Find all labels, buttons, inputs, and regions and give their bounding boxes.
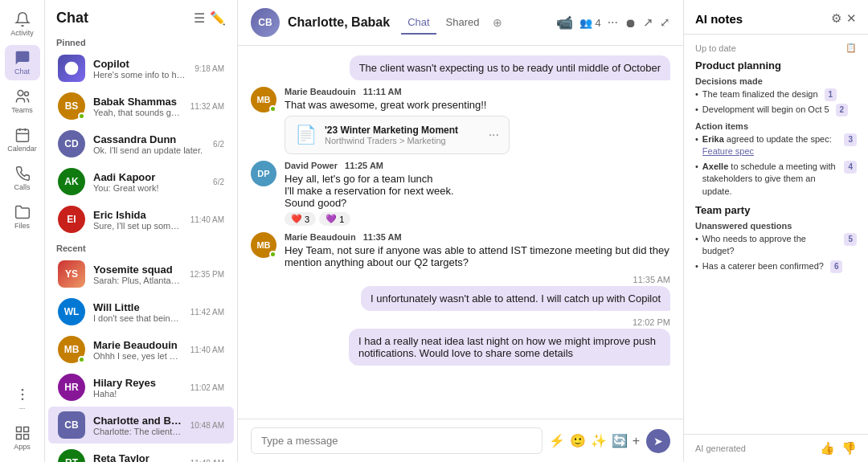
chat-item-copilot[interactable]: Copilot Here's some info to help you pre…	[48, 50, 234, 87]
chat-item-yosemite-time: 12:35 PM	[190, 270, 224, 279]
chat-item-hilary-time: 11:02 AM	[190, 383, 224, 392]
chat-item-aadi-preview: You: Great work!	[93, 183, 205, 193]
chat-item-yosemite[interactable]: YS Yosemite squad Sarah: Plus, Atlanta h…	[48, 256, 234, 292]
ai-section-team-party: Team party	[695, 204, 857, 216]
chat-header-actions: 📹 👥 4 ··· ⏺ ↗ ⤢	[556, 14, 670, 31]
record-icon[interactable]: ⏺	[624, 16, 637, 30]
ai-feature-spec-link[interactable]: Feature spec	[702, 146, 754, 156]
message-time-right-3: 12:02 PM	[349, 317, 670, 327]
chat-list-header: Chat ☰ ✏️	[45, 0, 237, 33]
online-dot-marie	[269, 105, 276, 112]
ai-badge-5: 5	[844, 233, 857, 246]
chat-header-avatar: CB	[251, 8, 280, 37]
svg-point-7	[21, 394, 23, 396]
chat-item-reta[interactable]: RT Reta Taylor Ah, ok I understand now. …	[48, 444, 234, 462]
ai-badge-1: 1	[825, 88, 837, 101]
chat-item-aadi-name: Aadi Kapoor	[93, 171, 205, 183]
nav-item-calls[interactable]: Calls	[5, 161, 40, 196]
nav-item-apps[interactable]: Apps	[5, 420, 40, 456]
ai-bullet-development: Development will begin on Oct 5 2	[695, 104, 857, 117]
reaction-heart-count: 3	[305, 215, 309, 224]
thumbs-down-icon[interactable]: 👎	[841, 441, 857, 456]
chat-item-aadi-time: 6/2	[213, 178, 224, 186]
ai-settings-icon[interactable]: ⚙	[831, 11, 841, 26]
filter-icon[interactable]: ☰	[194, 10, 205, 26]
message-content-marie-2: Marie Beaudouin 11:35 AM Hey Team, not s…	[285, 232, 670, 268]
chat-item-aadi-info: Aadi Kapoor You: Great work!	[93, 171, 205, 193]
chat-header-name: Charlotte, Babak	[288, 15, 390, 30]
nav-item-activity[interactable]: Activity	[5, 6, 40, 42]
chat-item-babak-name: Babak Shammas	[93, 96, 182, 108]
video-call-icon[interactable]: 📹	[556, 14, 573, 31]
message-row-david: DP David Power 11:25 AM Hey all, let's g…	[251, 161, 670, 226]
format-icon[interactable]: ⚡	[549, 433, 565, 448]
tab-chat[interactable]: Chat	[401, 11, 436, 35]
participants-icon[interactable]: 👥 4	[579, 17, 601, 29]
chat-item-eric[interactable]: EI Eric Ishida Sure, I'll set up somethi…	[48, 201, 234, 238]
ai-close-icon[interactable]: ✕	[846, 11, 857, 26]
reaction-purple-heart[interactable]: 💜 1	[319, 212, 350, 226]
reactions-david: ❤️ 3 💜 1	[285, 212, 670, 226]
tab-add-icon[interactable]: ⊕	[489, 11, 506, 35]
ai-section-product-planning: Product planning	[695, 59, 857, 72]
nav-item-chat[interactable]: Chat	[5, 45, 40, 80]
sticker-icon[interactable]: ✨	[591, 433, 607, 448]
avatar-hilary: HR	[58, 374, 85, 401]
chat-messages: The client wasn't expecting us to be rea…	[238, 46, 683, 419]
emoji-icon[interactable]: 🙂	[570, 433, 586, 448]
nav-item-activity-label: Activity	[10, 29, 34, 37]
svg-point-8	[21, 399, 23, 401]
message-time-david: 11:25 AM	[345, 161, 383, 170]
share-icon[interactable]: ↗	[643, 15, 653, 30]
ai-badge-6: 6	[830, 260, 843, 273]
online-indicator	[78, 112, 85, 120]
ai-bullet-axelle: Axelle to schedule a meeting with stakeh…	[695, 161, 857, 198]
nav-item-files[interactable]: Files	[5, 199, 40, 235]
chat-item-babak[interactable]: BS Babak Shammas Yeah, that sounds great…	[48, 88, 234, 125]
pinned-section-label: Pinned	[45, 33, 237, 49]
message-bubble-2: 11:35 AM I unfortunately wasn't able to …	[361, 275, 670, 311]
reaction-heart[interactable]: ❤️ 3	[285, 212, 316, 226]
message-bubble-3: 12:02 PM I had a really neat idea last n…	[349, 317, 670, 366]
ai-axelle-bold: Axelle	[702, 161, 728, 171]
ai-bullet-erika: Erika agreed to update the spec: Feature…	[695, 133, 857, 158]
thumbs-up-icon[interactable]: 👍	[820, 441, 835, 456]
chat-item-will-preview: I don't see that being an issue. Can you…	[93, 313, 182, 323]
chat-item-aadi[interactable]: AK Aadi Kapoor You: Great work! 6/2	[48, 163, 234, 200]
chat-item-eric-preview: Sure, I'll set up something for next wee…	[93, 221, 182, 231]
avatar-marie: MB	[58, 336, 85, 363]
chat-input[interactable]	[251, 427, 542, 454]
message-sender-marie-2: Marie Beaudouin	[285, 232, 356, 242]
attach-icon[interactable]: +	[633, 434, 640, 448]
chat-item-marie[interactable]: MB Marie Beaudouin Ohhh I see, yes let m…	[48, 331, 234, 368]
nav-item-teams[interactable]: Teams	[5, 84, 40, 119]
chat-list-panel: Chat ☰ ✏️ Pinned Copilot Here's some inf…	[45, 0, 238, 462]
send-button[interactable]: ➤	[646, 429, 670, 453]
card-subtitle: Northwind Traders > Marketing	[325, 136, 481, 145]
chat-item-reta-name: Reta Taylor	[93, 452, 182, 463]
chat-list-header-icons: ☰ ✏️	[194, 10, 226, 26]
chat-item-marie-time: 11:40 AM	[190, 345, 224, 354]
nav-item-calendar[interactable]: Calendar	[5, 122, 40, 157]
ai-badge-2: 2	[836, 104, 849, 117]
svg-rect-11	[16, 435, 21, 440]
more-actions-icon[interactable]: ···	[608, 15, 618, 30]
card-menu-icon[interactable]: ···	[489, 128, 499, 142]
chat-item-hilary[interactable]: HR Hilary Reyes Haha! 11:02 AM	[48, 369, 234, 406]
popout-icon[interactable]: ⤢	[660, 15, 670, 30]
chat-item-cassandra[interactable]: CD Cassandra Dunn Ok. I'll send an updat…	[48, 125, 234, 162]
chat-list-title: Chat	[56, 10, 187, 27]
chat-item-yosemite-preview: Sarah: Plus, Atlanta has a growing tech …	[93, 276, 182, 285]
ai-badge-3: 3	[844, 133, 857, 146]
loop-icon[interactable]: 🔄	[612, 433, 628, 448]
message-text-right-3: I had a really neat idea last night on h…	[349, 329, 670, 366]
nav-item-more[interactable]: ···	[5, 382, 40, 417]
avatar-charlotte-babak: CB	[58, 411, 85, 439]
chat-item-charlotte-babak[interactable]: CB Charlotte and Babak Charlotte: The cl…	[48, 407, 234, 444]
new-chat-icon[interactable]: ✏️	[210, 10, 226, 26]
ai-copy-icon[interactable]: 📋	[845, 43, 857, 53]
chat-item-will[interactable]: WL Will Little I don't see that being an…	[48, 293, 234, 330]
card-icon: 📄	[295, 125, 317, 145]
tab-shared[interactable]: Shared	[440, 11, 486, 35]
chat-item-babak-preview: Yeah, that sounds great	[93, 108, 182, 117]
